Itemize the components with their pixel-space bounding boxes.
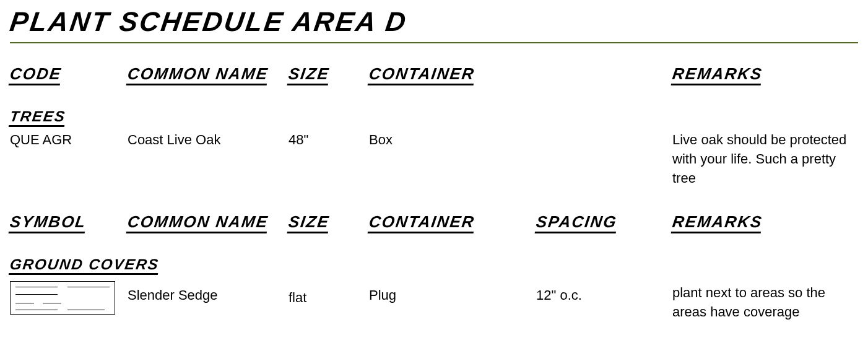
col-header-container-2: CONTAINER bbox=[368, 212, 476, 233]
cell-remarks: plant next to areas so the areas have co… bbox=[672, 280, 858, 322]
col-header-size-2: SIZE bbox=[287, 212, 331, 233]
cell-common-name: Coast Live Oak bbox=[128, 131, 289, 150]
col-header-symbol: SYMBOL bbox=[9, 212, 88, 233]
cell-size: 48" bbox=[289, 131, 369, 150]
col-header-common-name-2: COMMON NAME bbox=[126, 212, 270, 233]
header-row-2: SYMBOL COMMON NAME SIZE CONTAINER SPACIN… bbox=[10, 212, 858, 233]
col-header-size: SIZE bbox=[287, 64, 331, 85]
col-header-remarks-2: REMARKS bbox=[671, 212, 764, 233]
title-underline bbox=[10, 42, 858, 43]
col-header-common-name: COMMON NAME bbox=[126, 64, 270, 85]
header-row-1: CODE COMMON NAME SIZE CONTAINER REMARKS bbox=[10, 64, 858, 85]
hatch-symbol-icon bbox=[10, 281, 115, 315]
section-label-ground-covers: GROUND COVERS bbox=[9, 256, 160, 275]
col-header-code: CODE bbox=[9, 64, 63, 85]
table-row: QUE AGR Coast Live Oak 48" Box Live oak … bbox=[10, 131, 858, 188]
cell-spacing: 12" o.c. bbox=[536, 280, 672, 305]
section-label-trees: TREES bbox=[9, 108, 67, 127]
col-header-container: CONTAINER bbox=[368, 64, 476, 85]
cell-common-name: Slender Sedge bbox=[128, 280, 289, 305]
col-header-remarks: REMARKS bbox=[671, 64, 764, 85]
cell-container: Plug bbox=[369, 280, 536, 305]
cell-size: flat bbox=[289, 280, 369, 308]
cell-container: Box bbox=[369, 131, 536, 150]
cell-remarks: Live oak should be protected with your l… bbox=[672, 131, 858, 188]
col-header-spacing-2: SPACING bbox=[535, 212, 618, 233]
cell-symbol bbox=[10, 280, 128, 315]
page-title: PLANT SCHEDULE AREA D bbox=[7, 6, 861, 41]
cell-code: QUE AGR bbox=[10, 131, 128, 150]
table-row: Slender Sedge flat Plug 12" o.c. plant n… bbox=[10, 280, 858, 322]
